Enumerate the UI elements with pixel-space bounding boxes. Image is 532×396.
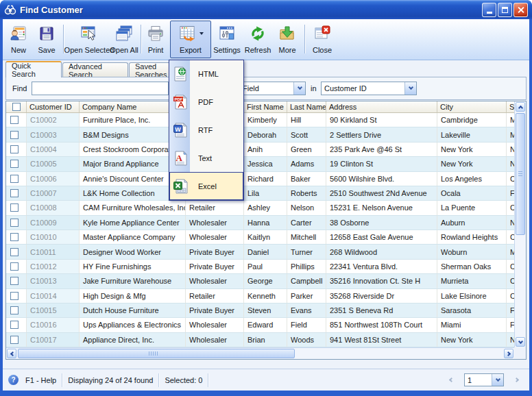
close-button[interactable] (513, 3, 528, 17)
row-checkbox[interactable] (10, 336, 19, 344)
select-all-checkbox[interactable] (12, 103, 21, 111)
export-menu-item-excel[interactable]: Excel (169, 172, 243, 200)
row-checkbox[interactable] (10, 219, 19, 227)
row-checkbox-cell (6, 113, 27, 127)
maximize-button[interactable] (498, 3, 512, 17)
column-combo[interactable]: Customer ID (321, 82, 417, 95)
minimize-button[interactable] (482, 3, 496, 17)
open-selected-icon (80, 23, 98, 44)
window-controls (482, 3, 528, 17)
cell-customer-id: C10010 (27, 230, 80, 244)
table-row[interactable]: C10004Crest Stockroom CorporationAnihGre… (6, 143, 514, 157)
column-combo-dropdown-button[interactable] (404, 82, 416, 95)
scroll-left-button[interactable] (7, 349, 16, 358)
cell-first-name: Edward (244, 318, 287, 332)
more-button[interactable]: More (274, 21, 301, 58)
save-button-label: Save (38, 46, 55, 54)
settings-button[interactable]: Settings (212, 21, 242, 58)
save-button[interactable]: Save (33, 21, 60, 58)
window-title: Find Customer (20, 5, 83, 15)
table-row[interactable]: C10007L&K Home CollectionLilaRoberts2510… (6, 186, 514, 201)
row-checkbox[interactable] (10, 248, 19, 256)
customer-grid: Customer IDCompany NameFirst NameLast Na… (5, 101, 527, 360)
next-page-button[interactable] (514, 378, 519, 382)
row-checkbox-cell (6, 127, 27, 141)
export-menu-item-text[interactable]: AText (169, 144, 243, 172)
find-input[interactable] (32, 82, 169, 95)
row-checkbox[interactable] (10, 160, 19, 168)
table-row[interactable]: C10009Kyle Home Appliance CenterWholesal… (6, 216, 514, 230)
open-selected-button[interactable]: Open Selected (66, 21, 112, 58)
field-combo-dropdown-button[interactable] (293, 82, 305, 95)
scroll-up-button[interactable] (516, 102, 525, 112)
row-checkbox[interactable] (10, 175, 19, 183)
cell-customer-type: Private Buyer (186, 245, 244, 258)
print-button[interactable]: Print (143, 21, 169, 58)
cell-address: 35268 Riverside Dr (326, 289, 437, 303)
row-checkbox[interactable] (10, 145, 19, 153)
row-checkbox-cell (6, 304, 27, 317)
table-row[interactable]: C10003B&M DesignsDeborahScott2 Settlers … (6, 127, 514, 142)
open-all-button[interactable]: Open All (109, 21, 139, 58)
select-all-header-cell[interactable] (6, 101, 27, 112)
cell-customer-type: Retailer (186, 289, 244, 303)
horizontal-scrollbar[interactable] (6, 347, 514, 359)
cell-customer-id: C10005 (27, 157, 80, 171)
save-icon (38, 23, 56, 44)
page-combo-dropdown-button[interactable] (492, 374, 503, 386)
refresh-button-label: Refresh (245, 46, 271, 54)
cell-city: Cambridge (437, 113, 507, 127)
tab-quick-search[interactable]: Quick Search (5, 61, 62, 77)
export-button[interactable]: Export (170, 21, 211, 58)
column-header-city[interactable]: City (437, 101, 507, 112)
table-row[interactable]: C10014High Design & MfgRetailerKennethPa… (6, 289, 514, 304)
vertical-scrollbar[interactable] (514, 101, 526, 347)
export-menu-item-pdf[interactable]: PDFPDF (169, 88, 243, 116)
close-view-button[interactable]: Close (307, 21, 337, 58)
table-row[interactable]: C10017Appliance Direct, Inc.WholesalerBr… (6, 333, 514, 347)
previous-page-button[interactable] (449, 378, 454, 382)
table-row[interactable]: C10002Furniture Place, Inc.KimberlyHill9… (6, 113, 514, 127)
row-checkbox[interactable] (10, 306, 19, 314)
export-menu-item-label: Text (198, 154, 212, 162)
row-checkbox[interactable] (10, 233, 19, 241)
table-row[interactable]: C10010Master Appliance CompanyWholesaler… (6, 230, 514, 245)
help-hint: F1 - Help (25, 376, 56, 384)
export-menu-item-html[interactable]: HTML (169, 60, 243, 88)
cell-city: Sarasota (437, 304, 507, 317)
column-header-customer-id[interactable]: Customer ID (27, 101, 80, 112)
column-header-address[interactable]: Address (326, 101, 437, 112)
row-checkbox[interactable] (10, 189, 19, 197)
cell-first-name: Kaitlyn (244, 230, 287, 244)
status-bar: ? F1 - Help Displaying 24 of 24 found Se… (3, 369, 529, 391)
row-checkbox[interactable] (10, 321, 19, 329)
table-row[interactable]: C10011Designer Wood WorkerPrivate BuyerD… (6, 245, 514, 259)
row-checkbox[interactable] (10, 116, 19, 124)
table-row[interactable]: C10006Annie's Discount CenterRichardBake… (6, 172, 514, 186)
page-combo[interactable]: 1 (464, 373, 504, 386)
horizontal-scroll-thumb[interactable] (18, 349, 295, 358)
row-checkbox[interactable] (10, 292, 19, 300)
scroll-down-button[interactable] (516, 337, 525, 347)
table-row[interactable]: C10008CAM Furniture Wholesales, Inc.Reta… (6, 201, 514, 215)
row-checkbox[interactable] (10, 262, 19, 271)
cell-customer-id: C10011 (27, 245, 80, 258)
row-checkbox[interactable] (10, 203, 19, 212)
cell-last-name: Woods (287, 333, 326, 347)
table-row[interactable]: C10005Major Brand ApplianceJessicaAdams1… (6, 157, 514, 171)
column-header-first-name[interactable]: First Name (244, 101, 287, 112)
refresh-button[interactable]: Refresh (243, 21, 273, 58)
table-row[interactable]: C10015Dutch House FurniturePrivate Buyer… (6, 304, 514, 318)
tab-advanced-search[interactable]: Advanced Search (62, 62, 128, 77)
scroll-right-button[interactable] (504, 349, 513, 358)
cell-city: La Puente (437, 201, 507, 214)
row-checkbox[interactable] (10, 277, 19, 285)
row-checkbox[interactable] (10, 131, 19, 139)
table-row[interactable]: C10013Jake Furniture WarehouseWholesaler… (6, 274, 514, 288)
new-button[interactable]: New (5, 21, 32, 58)
table-row[interactable]: C10012HY Fine FurnishingsPrivate BuyerPa… (6, 260, 514, 274)
export-menu-item-rtf[interactable]: WRTF (169, 116, 243, 145)
table-row[interactable]: C10016Ups Appliances & ElectronicsWholes… (6, 318, 514, 332)
column-header-last-name[interactable]: Last Name (287, 101, 326, 112)
vertical-scroll-thumb[interactable] (516, 113, 525, 235)
